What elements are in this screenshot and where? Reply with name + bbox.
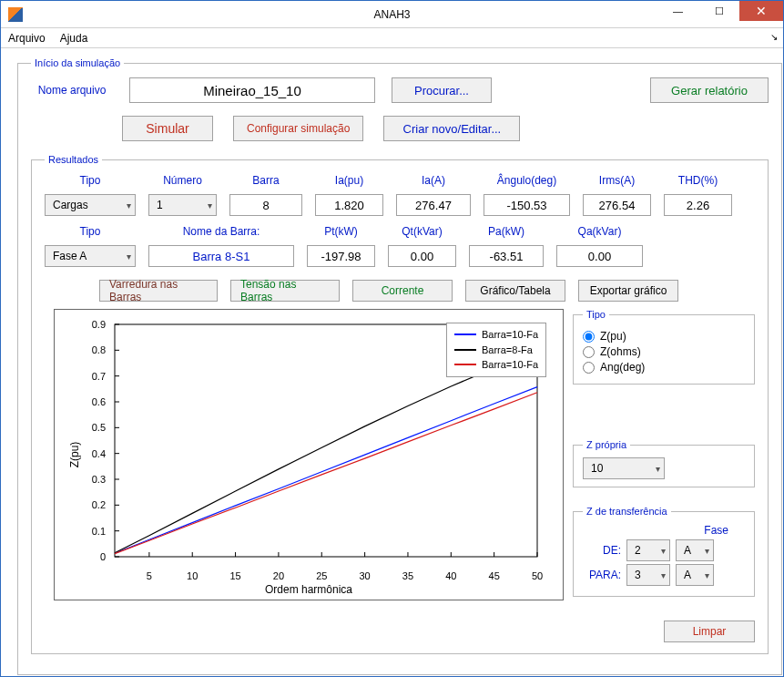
tipo-radio-legend: Tipo	[583, 309, 609, 320]
radio-zpu[interactable]: Z(pu)	[583, 330, 745, 343]
para-fase-select[interactable]: A▾	[676, 564, 714, 586]
hdr2-qt: Qt(kVar)	[388, 225, 456, 238]
exportar-button[interactable]: Exportar gráfico	[578, 280, 678, 302]
menu-arquivo[interactable]: Arquivo	[8, 32, 46, 45]
zpropria-fieldset: Z própria 10▾	[573, 439, 755, 487]
maximize-button[interactable]	[698, 1, 739, 21]
qt-value: 0.00	[388, 245, 456, 267]
configurar-button[interactable]: Configurar simulação	[233, 116, 363, 141]
hdr2-pa: Pa(kW)	[469, 225, 544, 238]
chevron-down-icon: ▾	[127, 251, 131, 262]
hdr-thd: THD(%)	[664, 174, 732, 187]
chevron-down-icon: ▾	[705, 570, 709, 580]
hdr2-tipo: Tipo	[45, 225, 136, 238]
barra-value: 8	[229, 194, 302, 216]
corrente-button[interactable]: Corrente	[352, 280, 453, 302]
hdr-irms: Irms(A)	[583, 174, 651, 187]
iaa-value: 276.47	[396, 194, 471, 216]
radio-ang[interactable]: Ang(deg)	[583, 361, 745, 374]
radio-ang-input[interactable]	[583, 362, 595, 374]
hdr-barra: Barra	[229, 174, 302, 187]
chevron-down-icon: ▾	[661, 546, 666, 556]
iapu-value: 1.820	[315, 194, 383, 216]
hdr2-nomebarra: Nome da Barra:	[148, 225, 294, 238]
hdr-tipo: Tipo	[45, 174, 136, 187]
tensao-button[interactable]: Tensão nas Barras	[230, 280, 340, 302]
varredura-button[interactable]: Varredura nas Barras	[99, 280, 218, 302]
thd-value: 2.26	[664, 194, 732, 216]
de-label: DE:	[583, 544, 621, 557]
chevron-down-icon: ▾	[661, 570, 666, 580]
hdr-iaa: Ia(A)	[396, 174, 471, 187]
hdr-numero: Número	[148, 174, 217, 187]
grafico-button[interactable]: Gráfico/Tabela	[465, 280, 565, 302]
menubar-corner-icon[interactable]: ↘	[770, 32, 778, 42]
fase-select[interactable]: Fase A▾	[45, 245, 136, 267]
chevron-down-icon: ▾	[705, 546, 709, 556]
titlebar: ANAH3	[1, 1, 783, 28]
hdr-iapu: Ia(pu)	[315, 174, 383, 187]
gerar-relatorio-button[interactable]: Gerar relatório	[650, 77, 769, 103]
para-label: PARA:	[583, 569, 621, 581]
procurar-button[interactable]: Procurar...	[392, 77, 492, 103]
chevron-down-icon: ▾	[656, 464, 660, 474]
chart-legend: Barra=10-Fa Barra=8-Fa Barra=10-Fa	[446, 323, 546, 377]
numero-select[interactable]: 1▾	[148, 194, 217, 216]
qa-value: 0.00	[556, 245, 643, 267]
chart-ylabel: Z(pu)	[68, 442, 81, 468]
nome-arquivo-label: Nome arquivo	[31, 84, 113, 97]
legend-item: Barra=10-Fa	[482, 327, 538, 343]
radio-zpu-input[interactable]	[583, 331, 595, 343]
radio-zohms-input[interactable]	[583, 346, 595, 358]
nome-barra-value: Barra 8-S1	[148, 245, 294, 267]
tipo-select[interactable]: Cargas▾	[45, 194, 136, 216]
chevron-down-icon: ▾	[127, 200, 131, 210]
hdr2-qa: Qa(kVar)	[556, 225, 643, 238]
nome-arquivo-input[interactable]	[129, 77, 375, 103]
menubar: Arquivo Ajuda ↘	[1, 28, 783, 48]
legend-item: Barra=10-Fa	[482, 357, 538, 373]
hdr-angulo: Ângulo(deg)	[484, 174, 570, 187]
tipo-radio-fieldset: Tipo Z(pu) Z(ohms) Ang(deg)	[573, 309, 755, 385]
ztransf-legend: Z de transferência	[583, 506, 671, 517]
chevron-down-icon: ▾	[208, 200, 212, 210]
irms-value: 276.54	[583, 194, 651, 216]
de-select[interactable]: 2▾	[626, 539, 670, 561]
inicio-fieldset: Início da simulação Nome arquivo Procura…	[17, 57, 782, 675]
limpar-button[interactable]: Limpar	[664, 621, 755, 642]
criar-novo-button[interactable]: Criar novo/Editar...	[383, 116, 520, 141]
menu-ajuda[interactable]: Ajuda	[60, 32, 88, 45]
chart-xlabel: Ordem harmônica	[55, 583, 563, 596]
close-button[interactable]	[739, 1, 783, 21]
hdr2-pt: Pt(kW)	[307, 225, 375, 238]
pa-value: -63.51	[469, 245, 544, 267]
zpropria-select[interactable]: 10▾	[583, 457, 665, 479]
chart-area: Z(pu) Barra=10-Fa Barra=8-Fa Barra=10-Fa…	[54, 309, 564, 600]
para-select[interactable]: 3▾	[626, 564, 670, 586]
resultados-legend: Resultados	[45, 154, 102, 165]
legend-item: Barra=8-Fa	[482, 343, 533, 358]
inicio-legend: Início da simulação	[31, 57, 124, 68]
ztransf-fieldset: Z de transferência Fase DE: 2▾ A▾ PARA: …	[573, 506, 755, 597]
radio-zohms[interactable]: Z(ohms)	[583, 345, 745, 358]
simular-button[interactable]: Simular	[122, 116, 213, 141]
minimize-button[interactable]	[657, 1, 698, 21]
pt-value: -197.98	[307, 245, 375, 267]
app-window: ANAH3 Arquivo Ajuda ↘ Início da simulaçã…	[0, 0, 784, 677]
de-fase-select[interactable]: A▾	[676, 539, 714, 561]
fase-header: Fase	[583, 524, 745, 537]
zpropria-legend: Z própria	[583, 439, 630, 450]
angulo-value: -150.53	[484, 194, 570, 216]
resultados-fieldset: Resultados Tipo Número Barra Ia(pu) Ia(A…	[31, 154, 769, 654]
